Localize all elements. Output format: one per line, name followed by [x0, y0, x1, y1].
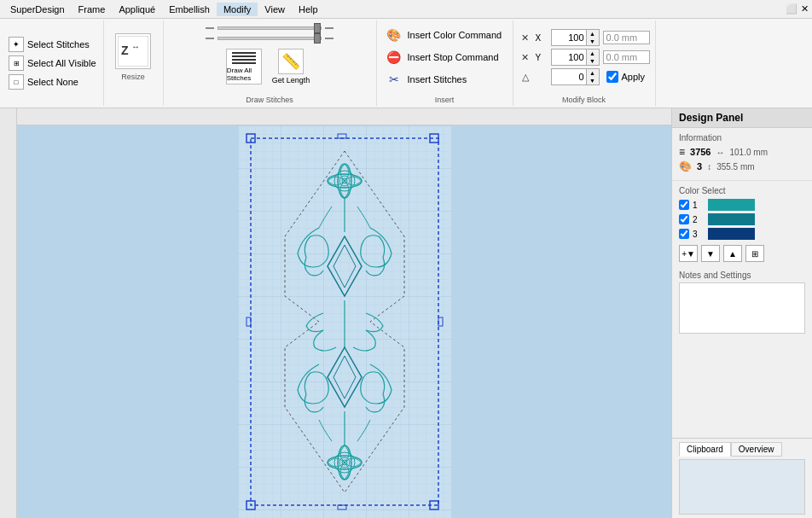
- get-length-button[interactable]: 📏 Get Length: [269, 45, 314, 88]
- color-count: 3: [697, 161, 702, 172]
- slider-track-2[interactable]: [218, 37, 322, 40]
- width-value: 101.0 mm: [730, 148, 768, 157]
- scale-y-spinbox[interactable]: ▲ ▼: [551, 49, 600, 66]
- stitch-lines-icon: [232, 52, 256, 64]
- color-2-num: 2: [693, 215, 705, 224]
- color-down-button[interactable]: ▼: [701, 245, 720, 262]
- ruler-icon: 📏: [278, 49, 304, 74]
- select-all-visible-label: Select All Visible: [27, 58, 96, 68]
- width-arrow-icon: ↔: [716, 148, 725, 157]
- color-1-checkbox[interactable]: [679, 200, 689, 210]
- slider2-right: [325, 38, 334, 39]
- color-3-checkbox[interactable]: [679, 229, 689, 239]
- color-count-icon: 🎨: [679, 160, 692, 172]
- slider-row-1: [206, 26, 334, 30]
- scale-x-value: 0.0 mm: [603, 31, 650, 44]
- toolbar: ✦ Select Stitches ⊞ Select All Visible □…: [0, 19, 812, 108]
- get-length-label: Get Length: [272, 76, 310, 84]
- insert-group: 🎨 Insert Color Command ⛔ Insert Stop Com…: [377, 20, 513, 106]
- window-icon2: ✕: [801, 3, 809, 15]
- rotate-input[interactable]: [552, 71, 586, 83]
- rotate-spinbox[interactable]: ▲ ▼: [551, 68, 600, 85]
- resize-label: Resize: [121, 73, 145, 81]
- select-stitches-item[interactable]: ✦ Select Stitches: [7, 36, 98, 53]
- scale-x-spinbox[interactable]: ▲ ▼: [551, 29, 600, 46]
- overview-tab[interactable]: Overview: [731, 442, 782, 457]
- clipboard-content: [679, 459, 805, 515]
- menu-view[interactable]: View: [258, 3, 292, 16]
- color-1-swatch: [708, 199, 755, 211]
- slider-handle-2[interactable]: [314, 33, 321, 44]
- insert-stop-label: Insert Stop Command: [408, 52, 499, 62]
- insert-stitches-label: Insert Stitches: [408, 74, 467, 84]
- scale-x-down[interactable]: ▼: [587, 38, 599, 45]
- height-value: 355.5 mm: [716, 162, 754, 172]
- scale-y-row: ✕ Y ▲ ▼ 0.0 mm: [519, 49, 650, 66]
- insert-label: Insert: [377, 96, 513, 104]
- slider-track-1[interactable]: [218, 26, 322, 30]
- menubar: SuperDesign Frame Appliqué Embellish Mod…: [0, 0, 812, 19]
- scale-x-up[interactable]: ▲: [587, 30, 599, 38]
- scale-y-input[interactable]: [552, 51, 586, 63]
- scale-y-down[interactable]: ▼: [587, 57, 599, 65]
- color-count-row: 🎨 3 ↕ 355.5 mm: [679, 160, 805, 172]
- color-row-1[interactable]: 1: [679, 199, 805, 211]
- color-add-button[interactable]: +▼: [679, 245, 698, 262]
- stitch-count: 3756: [690, 147, 710, 157]
- horizontal-ruler: [17, 108, 671, 125]
- resize-button[interactable]: Z ↔: [115, 33, 151, 69]
- color-2-checkbox[interactable]: [679, 214, 689, 224]
- apply-checkbox[interactable]: [606, 71, 618, 83]
- menu-help[interactable]: Help: [292, 3, 325, 16]
- color-up-button[interactable]: ▲: [723, 245, 742, 262]
- scale-x-input[interactable]: [552, 32, 586, 44]
- draw-all-stitches-button[interactable]: Draw All Stitches: [226, 49, 262, 84]
- scale-x-spinbtns: ▲ ▼: [586, 30, 599, 45]
- embroidery-design: [238, 125, 451, 518]
- svg-text:↔: ↔: [131, 42, 140, 51]
- stitch-count-row: ≡ 3756 ↔ 101.0 mm: [679, 146, 805, 158]
- information-title: Information: [679, 133, 805, 143]
- rotate-down[interactable]: ▼: [587, 77, 599, 84]
- color-row-2[interactable]: 2: [679, 213, 805, 225]
- color-select-title: Color Select: [679, 186, 805, 195]
- clipboard-tab[interactable]: Clipboard: [679, 442, 731, 457]
- menu-superdesign[interactable]: SuperDesign: [3, 3, 72, 16]
- draw-stitches-label: Draw Stitches: [164, 96, 376, 104]
- color-actions: +▼ ▼ ▲ ⊞: [679, 245, 805, 262]
- resize-group: Z ↔ Resize: [104, 20, 164, 106]
- color-select-section: Color Select 1 2 3 +▼ ▼ ▲ ⊞: [672, 181, 812, 267]
- main-layout: Design Panel Information ≡ 3756 ↔ 101.0 …: [0, 108, 812, 518]
- menu-embellish[interactable]: Embellish: [162, 3, 217, 16]
- menu-modify[interactable]: Modify: [217, 3, 258, 16]
- scale-y-up[interactable]: ▲: [587, 49, 599, 57]
- select-all-visible-item[interactable]: ⊞ Select All Visible: [7, 55, 98, 72]
- menubar-right: ⬜ ✕: [786, 3, 809, 15]
- select-none-item[interactable]: □ Select None: [7, 73, 98, 90]
- modify-block-label: Modify Block: [513, 96, 655, 104]
- notes-title: Notes and Settings: [679, 271, 805, 280]
- notes-textarea[interactable]: [679, 282, 805, 334]
- apply-label: Apply: [622, 72, 646, 82]
- scale-x-icon: ✕: [519, 32, 532, 44]
- scale-y-spinbtns: ▲ ▼: [586, 49, 599, 65]
- canvas-area[interactable]: [0, 108, 671, 518]
- insert-color-label: Insert Color Command: [408, 30, 502, 40]
- select-none-label: Select None: [27, 77, 78, 87]
- color-row-3[interactable]: 3: [679, 228, 805, 240]
- main-canvas[interactable]: [17, 125, 671, 518]
- scale-y-label: Y: [536, 53, 548, 62]
- insert-color-icon: 🎨: [386, 26, 403, 44]
- scale-x-label: X: [536, 33, 548, 43]
- menu-frame[interactable]: Frame: [72, 3, 113, 16]
- color-3-num: 3: [693, 230, 705, 239]
- notes-section: Notes and Settings: [672, 267, 812, 438]
- rotate-up[interactable]: ▲: [587, 69, 599, 77]
- color-grid-button[interactable]: ⊞: [745, 245, 764, 262]
- menu-applique[interactable]: Appliqué: [112, 3, 162, 16]
- insert-color-command-item[interactable]: 🎨 Insert Color Command: [382, 25, 508, 45]
- insert-stop-command-item[interactable]: ⛔ Insert Stop Command: [382, 47, 508, 67]
- slider-handle-1[interactable]: [314, 23, 321, 33]
- color-3-swatch: [708, 228, 755, 240]
- insert-stitches-item[interactable]: ✂ Insert Stitches: [382, 69, 508, 90]
